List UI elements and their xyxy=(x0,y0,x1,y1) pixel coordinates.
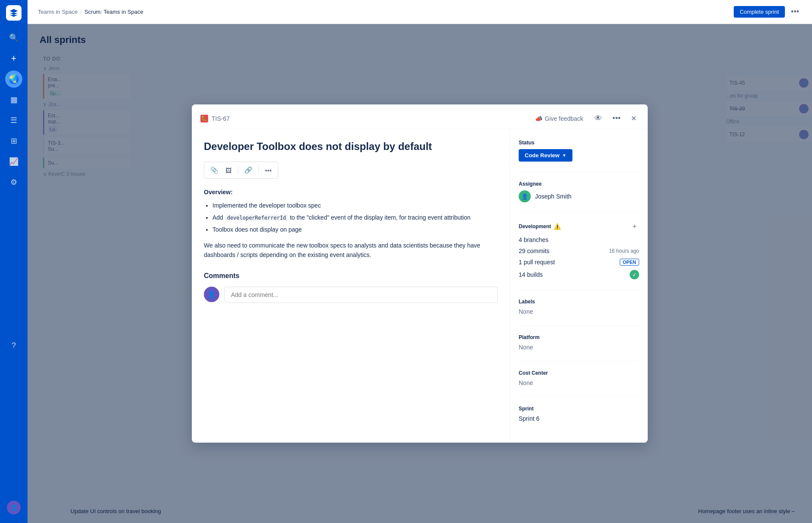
cost-center-label: Cost Center xyxy=(519,370,639,376)
comment-input[interactable] xyxy=(225,287,498,303)
toolbar-separator xyxy=(238,166,238,174)
issue-id-label[interactable]: TIS-67 xyxy=(212,115,230,122)
development-header: Development ⚠️ + xyxy=(519,222,639,231)
app-background: 🔍 + 🌏 ▦ ☰ ⊞ 📈 ⚙ ? 👤 Teams in Space / Scr… xyxy=(0,0,812,523)
commits-time: 16 hours ago xyxy=(609,248,639,254)
issue-id-row: 🐛 TIS-67 xyxy=(200,115,230,122)
more-button[interactable]: ••• xyxy=(610,111,623,125)
modal-header: 🐛 TIS-67 📣 Give feedback 👁 xyxy=(192,104,648,129)
breadcrumb: Teams in Space / Scrum: Teams in Space xyxy=(38,9,143,15)
attachment-button[interactable]: 📎 xyxy=(208,165,221,176)
breadcrumb-project[interactable]: Teams in Space xyxy=(38,9,78,15)
divider-2 xyxy=(519,213,639,213)
issue-type-icon: 🐛 xyxy=(200,115,208,122)
modal-title: Developer Toolbox does not display by de… xyxy=(204,140,498,153)
builds-label[interactable]: 14 builds xyxy=(519,271,543,278)
labels-value[interactable]: None xyxy=(519,308,639,315)
development-label: Development ⚠️ xyxy=(519,223,561,230)
comments-section: Comments 👤 xyxy=(204,272,498,303)
assignee-name[interactable]: Joseph Smith xyxy=(535,193,572,200)
divider-5 xyxy=(519,361,639,361)
platform-field: Platform None xyxy=(519,334,639,351)
labels-field: Labels None xyxy=(519,299,639,315)
give-feedback-button[interactable]: 📣 Give feedback xyxy=(532,113,587,125)
app-logo[interactable] xyxy=(6,5,22,21)
desc-bullet-3-text: Toolbox does not display on page xyxy=(212,226,302,233)
commits-label[interactable]: 29 commits xyxy=(519,248,550,254)
backlog-icon[interactable]: ☰ xyxy=(5,112,22,129)
chevron-down-icon: ▼ xyxy=(562,153,566,158)
more-toolbar-button[interactable]: ••• xyxy=(262,165,274,176)
issue-modal: 🐛 TIS-67 📣 Give feedback 👁 xyxy=(192,104,648,443)
board-icon[interactable]: ⊞ xyxy=(5,132,22,150)
modal-body: Developer Toolbox does not display by de… xyxy=(192,129,648,443)
complete-sprint-button[interactable]: Complete sprint xyxy=(734,6,785,18)
planet-icon[interactable]: 🌏 xyxy=(5,70,22,88)
desc-bullet-1: Implemented the developer toolbox spec xyxy=(212,201,498,210)
code-inline: developerReferrerId xyxy=(225,214,288,221)
feedback-label: Give feedback xyxy=(545,115,584,122)
help-icon[interactable]: ? xyxy=(5,337,22,355)
overview-label: Overview: xyxy=(204,187,498,197)
modal-overlay[interactable]: 🐛 TIS-67 📣 Give feedback 👁 xyxy=(28,24,812,523)
sprint-label: Sprint xyxy=(519,406,639,412)
platform-label: Platform xyxy=(519,334,639,340)
cost-center-value[interactable]: None xyxy=(519,379,639,386)
feedback-icon: 📣 xyxy=(535,115,542,122)
sprint-field: Sprint Sprint 6 xyxy=(519,406,639,422)
desc-bullet-1-text: Implemented the developer toolbox spec xyxy=(212,202,321,209)
commits-row: 29 commits 16 hours ago xyxy=(519,248,639,254)
assignee-field: Assignee 👤 Joseph Smith xyxy=(519,181,639,202)
warning-icon: ⚠️ xyxy=(554,223,561,230)
sprint-value[interactable]: Sprint 6 xyxy=(519,415,639,422)
open-badge: OPEN xyxy=(620,259,639,266)
user-avatar[interactable]: 👤 xyxy=(7,501,21,514)
modal-left-panel: Developer Toolbox does not display by de… xyxy=(192,129,510,443)
divider-1 xyxy=(519,172,639,172)
desc-bullet-2: Add developerReferrerId to the "clicked"… xyxy=(212,213,498,222)
settings-icon[interactable]: ⚙ xyxy=(5,174,22,191)
toolbar-separator-2 xyxy=(258,166,259,174)
watch-icon: 👁 xyxy=(594,114,602,123)
topbar-right: Complete sprint ••• xyxy=(734,5,802,19)
assignee-avatar: 👤 xyxy=(519,190,531,202)
assignee-row: 👤 Joseph Smith xyxy=(519,190,639,202)
more-icon: ••• xyxy=(612,114,621,123)
editor-toolbar: 📎 🖼 🔗 ••• xyxy=(204,162,278,179)
breadcrumb-separator: / xyxy=(80,9,82,15)
description-list: Implemented the developer toolbox spec A… xyxy=(212,201,498,235)
close-button[interactable]: ✕ xyxy=(628,112,639,125)
modal-right-panel: Status Code Review ▼ Assignee xyxy=(510,129,648,443)
assignee-label: Assignee xyxy=(519,181,639,187)
breadcrumb-current[interactable]: Scrum: Teams in Space xyxy=(84,9,143,15)
cost-center-field: Cost Center None xyxy=(519,370,639,386)
description-paragraph: We also need to communicate the new tool… xyxy=(204,241,498,260)
create-icon[interactable]: + xyxy=(5,50,22,67)
more-options-button[interactable]: ••• xyxy=(788,5,802,19)
platform-value[interactable]: None xyxy=(519,344,639,351)
user-comment-avatar: 👤 xyxy=(204,287,219,302)
reports-icon[interactable]: ▦ xyxy=(5,91,22,108)
chart-icon[interactable]: 📈 xyxy=(5,153,22,170)
development-label-text: Development xyxy=(519,223,551,229)
divider-6 xyxy=(519,397,639,397)
pull-request-row: 1 pull request OPEN xyxy=(519,259,639,266)
pull-request-label[interactable]: 1 pull request xyxy=(519,259,555,266)
branches-label[interactable]: 4 branches xyxy=(519,236,548,243)
search-icon[interactable]: 🔍 xyxy=(5,29,22,46)
watch-button[interactable]: 👁 xyxy=(592,111,605,125)
branches-row: 4 branches xyxy=(519,236,639,243)
sidebar: 🔍 + 🌏 ▦ ☰ ⊞ 📈 ⚙ ? 👤 xyxy=(0,0,28,523)
topbar: Teams in Space / Scrum: Teams in Space C… xyxy=(28,0,812,24)
main-area: Teams in Space / Scrum: Teams in Space C… xyxy=(28,0,812,523)
status-label: Status xyxy=(519,140,639,146)
divider-4 xyxy=(519,325,639,326)
add-development-button[interactable]: + xyxy=(630,222,639,231)
link-button[interactable]: 🔗 xyxy=(242,165,255,176)
divider-3 xyxy=(519,290,639,290)
image-button[interactable]: 🖼 xyxy=(223,165,234,176)
labels-label: Labels xyxy=(519,299,639,305)
comments-title: Comments xyxy=(204,272,498,280)
status-button[interactable]: Code Review ▼ xyxy=(519,149,572,162)
status-field: Status Code Review ▼ xyxy=(519,140,639,162)
